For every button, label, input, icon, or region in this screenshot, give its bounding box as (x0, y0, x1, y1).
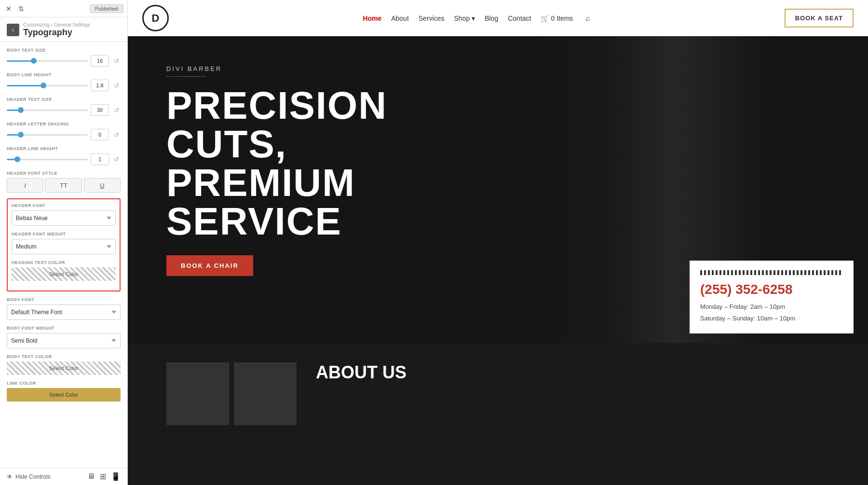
body-text-color-label: BODY TEXT COLOR (7, 354, 121, 359)
body-font-select[interactable]: Default Theme Font Arial (7, 305, 121, 320)
panel-header: ‹ Customizing › General Settings Typogra… (0, 17, 127, 42)
header-line-height-value: 1 (91, 153, 109, 165)
arrows-icon[interactable]: ⇅ (16, 4, 26, 14)
nav-contact[interactable]: Contact (508, 14, 531, 22)
back-button[interactable]: ‹ (7, 24, 19, 36)
contact-card-top-bar (700, 270, 843, 275)
contact-hours: Monday – Friday: 2am – 10pm Saturday – S… (700, 301, 843, 324)
header-line-height-label: HEADER LINE HEIGHT (7, 146, 121, 151)
hero-content: DIVI BARBER PRECISION CUTS, PREMIUM SERV… (166, 65, 504, 276)
italic-button[interactable]: I (7, 178, 43, 193)
header-line-height-slider[interactable] (7, 159, 88, 160)
link-color-button[interactable]: Select Color (7, 388, 121, 402)
body-line-height-label: BODY LINE HEIGHT (7, 72, 121, 77)
header-font-style-group: HEADER FONT STYLE I TT U (7, 171, 121, 193)
header-font-select[interactable]: Bebas Neue Default Theme Font Arial (12, 210, 116, 226)
header-line-height-slider-container (7, 156, 88, 163)
nav-shop[interactable]: Shop ▾ (454, 14, 475, 22)
body-line-height-reset[interactable]: ↺ (112, 81, 121, 90)
heading-text-color-button[interactable]: Select Color (12, 267, 116, 281)
hero-cta-button[interactable]: BOOK A CHAIR (166, 255, 253, 276)
nav-cart[interactable]: 🛒 0 Items (541, 14, 573, 22)
close-icon[interactable]: ✕ (4, 4, 14, 14)
contact-hours-weekday: Monday – Friday: 2am – 10pm (700, 301, 843, 312)
body-font-label: BODY FONT (7, 297, 121, 302)
nav-services[interactable]: Services (419, 14, 445, 22)
panel-content: BODY TEXT SIZE 16 ↺ BODY LINE HEIGHT 1.8… (0, 42, 127, 468)
search-icon[interactable]: ⌕ (585, 14, 590, 23)
header-text-size-row: 30 ↺ (7, 104, 121, 116)
panel-topbar: ✕ ⇅ Published (0, 0, 127, 17)
desktop-view-icon[interactable]: 🖥 (87, 472, 95, 481)
hide-controls-btn[interactable]: 👁 Hide Controls (7, 473, 51, 480)
header-letter-spacing-value: 0 (91, 129, 109, 140)
about-images (166, 362, 297, 425)
body-line-height-slider-container (7, 82, 88, 89)
link-color-group: LINK COLOR Select Color (7, 381, 121, 402)
heading-text-color-label: HEADING TEXT COLOR (12, 260, 116, 265)
customizer-panel: ✕ ⇅ Published ‹ Customizing › General Se… (0, 0, 128, 485)
header-font-section: HEADER FONT Bebas Neue Default Theme Fon… (7, 198, 121, 291)
hero-subtitle: DIVI BARBER (166, 65, 504, 72)
body-font-weight-select[interactable]: Semi Bold Bold Medium (7, 333, 121, 348)
body-text-size-group: BODY TEXT SIZE 16 ↺ (7, 48, 121, 67)
shop-arrow: ▾ (472, 14, 475, 22)
eye-icon: 👁 (7, 473, 13, 480)
tablet-view-icon[interactable]: ⊞ (100, 472, 106, 481)
header-font-style-label: HEADER FONT STYLE (7, 171, 121, 176)
body-text-size-slider[interactable] (7, 60, 88, 62)
hero-title-line1: PRECISION CUTS, (166, 84, 387, 166)
header-letter-spacing-group: HEADER LETTER SPACING 0 ↺ (7, 122, 121, 140)
header-text-size-reset[interactable]: ↺ (112, 106, 121, 114)
nav-home[interactable]: Home (363, 14, 381, 22)
heading-text-color-group: HEADING TEXT COLOR Select Color (12, 260, 116, 281)
tt-button[interactable]: TT (45, 178, 82, 193)
about-image-2 (234, 362, 297, 425)
header-letter-spacing-reset[interactable]: ↺ (112, 130, 121, 139)
body-text-size-label: BODY TEXT SIZE (7, 48, 121, 53)
cart-items-label: 0 Items (551, 14, 573, 22)
header-text-size-label: HEADER TEXT SIZE (7, 97, 121, 102)
header-font-weight-select[interactable]: Medium Bold Light (12, 239, 116, 254)
header-letter-spacing-slider[interactable] (7, 134, 88, 136)
header-text-size-slider-container (7, 107, 88, 113)
body-line-height-value: 1.8 (91, 80, 109, 91)
header-letter-spacing-label: HEADER LETTER SPACING (7, 122, 121, 126)
header-line-height-row: 1 ↺ (7, 153, 121, 165)
header-line-height-reset[interactable]: ↺ (112, 155, 121, 164)
nav-about[interactable]: About (391, 14, 409, 22)
body-line-height-row: 1.8 ↺ (7, 80, 121, 91)
nav-cta-button[interactable]: BOOK A SEAT (785, 9, 854, 28)
header-text-size-slider[interactable] (7, 110, 88, 111)
header-font-label: HEADER FONT (12, 203, 116, 208)
body-font-weight-group: BODY FONT WEIGHT Semi Bold Bold Medium (7, 326, 121, 348)
about-title: ABOUT US (316, 362, 407, 383)
body-font-weight-label: BODY FONT WEIGHT (7, 326, 121, 331)
hide-controls-label: Hide Controls (15, 473, 51, 480)
body-text-color-group: BODY TEXT COLOR Select Color (7, 354, 121, 375)
body-text-size-row: 16 ↺ (7, 55, 121, 67)
mobile-view-icon[interactable]: 📱 (111, 472, 121, 481)
header-letter-spacing-row: 0 ↺ (7, 129, 121, 140)
preview-area: D Home About Services Shop ▾ Blog Contac… (128, 0, 868, 485)
header-text-size-group: HEADER TEXT SIZE 30 ↺ (7, 97, 121, 116)
panel-footer: 👁 Hide Controls 🖥 ⊞ 📱 (0, 468, 127, 485)
body-line-height-group: BODY LINE HEIGHT 1.8 ↺ (7, 72, 121, 91)
contact-phone: (255) 352-6258 (700, 282, 843, 297)
font-style-row: I TT U (7, 178, 121, 193)
header-letter-spacing-slider-container (7, 131, 88, 138)
header-font-group: HEADER FONT Bebas Neue Default Theme Fon… (12, 203, 116, 226)
underline-button[interactable]: U (84, 178, 121, 193)
body-text-size-reset[interactable]: ↺ (112, 56, 121, 65)
header-font-weight-label: HEADER FONT WEIGHT (12, 232, 116, 236)
header-font-weight-group: HEADER FONT WEIGHT Medium Bold Light (12, 232, 116, 254)
nav-blog[interactable]: Blog (485, 14, 498, 22)
tt-icon: TT (60, 182, 68, 189)
hero-section: DIVI BARBER PRECISION CUTS, PREMIUM SERV… (128, 36, 868, 343)
body-font-group: BODY FONT Default Theme Font Arial (7, 297, 121, 320)
hero-divider (166, 76, 205, 77)
header-line-height-group: HEADER LINE HEIGHT 1 ↺ (7, 146, 121, 165)
site-navbar: D Home About Services Shop ▾ Blog Contac… (128, 0, 868, 36)
body-line-height-slider[interactable] (7, 85, 88, 86)
body-text-color-button[interactable]: Select Color (7, 361, 121, 375)
